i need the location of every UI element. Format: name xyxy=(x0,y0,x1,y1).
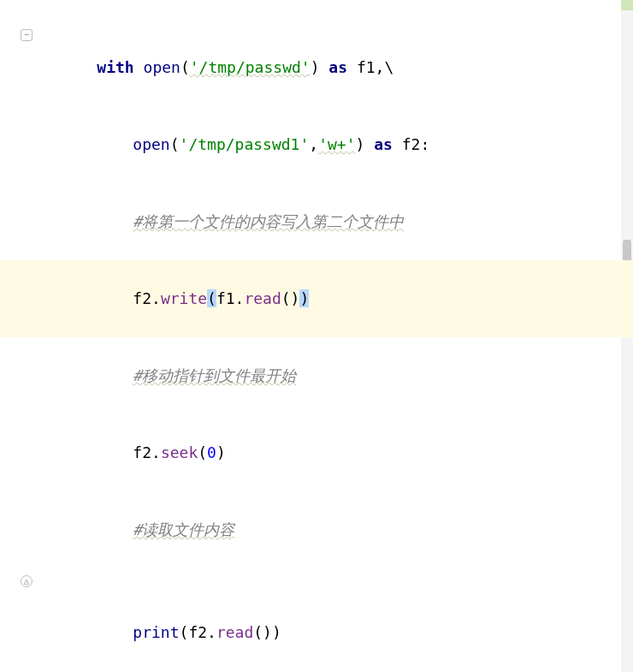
code-line-6[interactable]: f2.seek(0) xyxy=(0,414,633,491)
fold-icon[interactable]: − xyxy=(21,29,33,41)
method-read: read xyxy=(244,289,281,307)
comment: #将第一个文件的内容写入第二个文件中 xyxy=(133,212,404,230)
method-seek: seek xyxy=(161,443,198,461)
code-line-1[interactable]: − with open('/tmp/passwd') as f1,\ xyxy=(0,3,633,106)
code-line-2[interactable]: open('/tmp/passwd1','w+') as f2: xyxy=(0,106,633,183)
code-line-8[interactable]: △ print(f2.read()) xyxy=(0,568,633,671)
comment: #读取文件内容 xyxy=(133,520,234,538)
keyword-with: with xyxy=(97,58,133,76)
code-line-5[interactable]: #移动指针到文件最开始 xyxy=(0,337,633,414)
string-literal: '/tmp/passwd1' xyxy=(180,135,310,153)
code-editor[interactable]: − with open('/tmp/passwd') as f1,\ open(… xyxy=(0,0,633,672)
fold-end-icon[interactable]: △ xyxy=(21,575,33,587)
method-read: read xyxy=(216,623,253,641)
builtin-open: open xyxy=(144,58,180,76)
keyword-as: as xyxy=(374,135,393,153)
string-literal: 'w+' xyxy=(318,135,355,153)
string-literal: '/tmp/passwd' xyxy=(190,58,311,76)
keyword-as: as xyxy=(328,58,347,76)
paren-highlight: ) xyxy=(299,289,309,307)
paren-highlight: ( xyxy=(207,289,216,307)
method-write: write xyxy=(161,289,207,307)
code-line-4-highlighted[interactable]: f2.write(f1.read()) xyxy=(0,260,633,337)
builtin-print: print xyxy=(133,623,179,641)
builtin-open: open xyxy=(133,135,169,153)
code-line-3[interactable]: #将第一个文件的内容写入第二个文件中 xyxy=(0,183,633,260)
number-literal: 0 xyxy=(207,443,216,461)
comment: #移动指针到文件最开始 xyxy=(133,366,296,384)
code-line-7[interactable]: #读取文件内容 xyxy=(0,491,633,568)
